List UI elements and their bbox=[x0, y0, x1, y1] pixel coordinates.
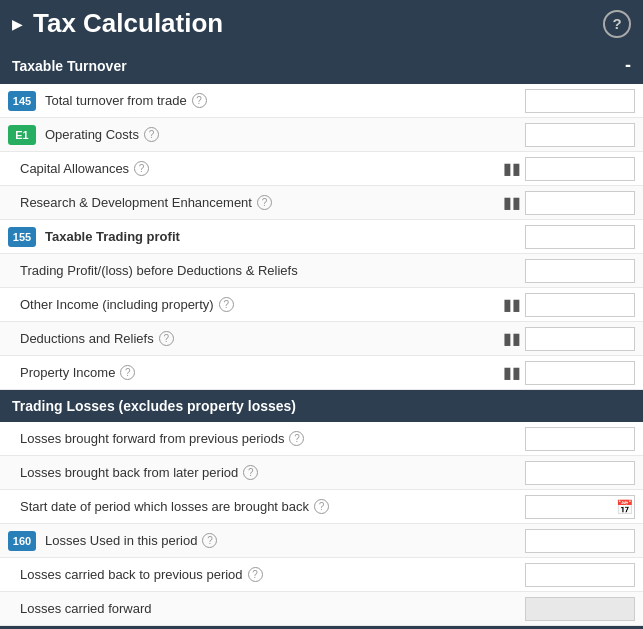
row-label-rd-enhancement: Research & Development Enhancement ? bbox=[20, 195, 503, 210]
input-losses-forward[interactable] bbox=[525, 427, 635, 451]
help-operating-costs[interactable]: ? bbox=[144, 127, 159, 142]
badge-145: 145 bbox=[8, 91, 36, 111]
input-losses-carried-forward[interactable] bbox=[525, 597, 635, 621]
row-label-operating-costs: E1 Operating Costs ? bbox=[8, 125, 525, 145]
label-start-date: Start date of period which losses are br… bbox=[20, 499, 309, 514]
help-deductions-reliefs[interactable]: ? bbox=[159, 331, 174, 346]
row-label-losses-carried-forward: Losses carried forward bbox=[20, 601, 525, 616]
help-losses-forward[interactable]: ? bbox=[289, 431, 304, 446]
label-trading-profit-loss: Trading Profit/(loss) before Deductions … bbox=[20, 263, 298, 278]
label-losses-used: Losses Used in this period bbox=[45, 533, 197, 548]
date-field-wrapper: 📅 bbox=[525, 495, 635, 519]
help-total-turnover[interactable]: ? bbox=[192, 93, 207, 108]
controls-losses-carried-back bbox=[525, 563, 635, 587]
row-losses-carried-forward: Losses carried forward bbox=[0, 592, 643, 626]
input-property-income[interactable] bbox=[525, 361, 635, 385]
row-label-trading-profit-loss: Trading Profit/(loss) before Deductions … bbox=[20, 263, 525, 278]
collapse-icon[interactable]: - bbox=[625, 55, 631, 76]
trading-losses-title: Trading Losses (excludes property losses… bbox=[12, 398, 296, 414]
help-losses-carried-back[interactable]: ? bbox=[248, 567, 263, 582]
help-losses-back[interactable]: ? bbox=[243, 465, 258, 480]
row-operating-costs: E1 Operating Costs ? bbox=[0, 118, 643, 152]
input-rd-enhancement[interactable] bbox=[525, 191, 635, 215]
back-arrow-icon[interactable]: ▶ bbox=[12, 16, 23, 32]
badge-155: 155 bbox=[8, 227, 36, 247]
label-losses-carried-forward: Losses carried forward bbox=[20, 601, 152, 616]
help-losses-used[interactable]: ? bbox=[202, 533, 217, 548]
controls-losses-back bbox=[525, 461, 635, 485]
input-losses-used[interactable] bbox=[525, 529, 635, 553]
calendar-icon[interactable]: 📅 bbox=[616, 499, 633, 515]
controls-trading-profit-loss bbox=[525, 259, 635, 283]
row-property-income: Property Income ? ▮▮ bbox=[0, 356, 643, 390]
controls-property-income: ▮▮ bbox=[503, 361, 635, 385]
row-label-taxable-trading-profit: 155 Taxable Trading profit bbox=[8, 227, 525, 247]
controls-losses-used bbox=[525, 529, 635, 553]
controls-losses-carried-forward bbox=[525, 597, 635, 621]
taxable-turnover-title: Taxable Turnover bbox=[12, 58, 127, 74]
input-operating-costs[interactable] bbox=[525, 123, 635, 147]
row-label-capital-allowances: Capital Allowances ? bbox=[20, 161, 503, 176]
label-losses-forward: Losses brought forward from previous per… bbox=[20, 431, 284, 446]
taxable-turnover-section-header: Taxable Turnover - bbox=[0, 47, 643, 84]
label-total-turnover: Total turnover from trade bbox=[45, 93, 187, 108]
calc-rd-icon[interactable]: ▮▮ bbox=[503, 193, 521, 212]
row-losses-carried-back: Losses carried back to previous period ? bbox=[0, 558, 643, 592]
input-taxable-trading-profit[interactable] bbox=[525, 225, 635, 249]
row-taxable-trading-profit: 155 Taxable Trading profit bbox=[0, 220, 643, 254]
input-losses-carried-back[interactable] bbox=[525, 563, 635, 587]
row-start-date: Start date of period which losses are br… bbox=[0, 490, 643, 524]
calc-capital-allowances-icon[interactable]: ▮▮ bbox=[503, 159, 521, 178]
page-header: ▶ Tax Calculation ? bbox=[0, 0, 643, 47]
controls-deductions-reliefs: ▮▮ bbox=[503, 327, 635, 351]
taxable-turnover-rows: 145 Total turnover from trade ? E1 Opera… bbox=[0, 84, 643, 390]
help-start-date[interactable]: ? bbox=[314, 499, 329, 514]
input-trading-profit-loss[interactable] bbox=[525, 259, 635, 283]
help-capital-allowances[interactable]: ? bbox=[134, 161, 149, 176]
row-losses-forward: Losses brought forward from previous per… bbox=[0, 422, 643, 456]
label-deductions-reliefs: Deductions and Reliefs bbox=[20, 331, 154, 346]
controls-other-income: ▮▮ bbox=[503, 293, 635, 317]
row-label-start-date: Start date of period which losses are br… bbox=[20, 499, 525, 514]
input-other-income[interactable] bbox=[525, 293, 635, 317]
row-capital-allowances: Capital Allowances ? ▮▮ bbox=[0, 152, 643, 186]
row-losses-back: Losses brought back from later period ? bbox=[0, 456, 643, 490]
row-label-losses-forward: Losses brought forward from previous per… bbox=[20, 431, 525, 446]
badge-e1: E1 bbox=[8, 125, 36, 145]
calc-deductions-icon[interactable]: ▮▮ bbox=[503, 329, 521, 348]
trading-losses-rows: Losses brought forward from previous per… bbox=[0, 422, 643, 626]
row-label-losses-used: 160 Losses Used in this period ? bbox=[8, 531, 525, 551]
help-rd-enhancement[interactable]: ? bbox=[257, 195, 272, 210]
row-losses-used: 160 Losses Used in this period ? bbox=[0, 524, 643, 558]
label-taxable-trading-profit: Taxable Trading profit bbox=[45, 229, 180, 244]
help-icon[interactable]: ? bbox=[603, 10, 631, 38]
help-other-income[interactable]: ? bbox=[219, 297, 234, 312]
input-deductions-reliefs[interactable] bbox=[525, 327, 635, 351]
input-total-turnover[interactable] bbox=[525, 89, 635, 113]
label-property-income: Property Income bbox=[20, 365, 115, 380]
row-label-losses-carried-back: Losses carried back to previous period ? bbox=[20, 567, 525, 582]
calc-property-icon[interactable]: ▮▮ bbox=[503, 363, 521, 382]
input-losses-back[interactable] bbox=[525, 461, 635, 485]
label-losses-carried-back: Losses carried back to previous period bbox=[20, 567, 243, 582]
controls-start-date: 📅 bbox=[525, 495, 635, 519]
controls-total-turnover bbox=[525, 89, 635, 113]
row-label-property-income: Property Income ? bbox=[20, 365, 503, 380]
row-rd-enhancement: Research & Development Enhancement ? ▮▮ bbox=[0, 186, 643, 220]
help-property-income[interactable]: ? bbox=[120, 365, 135, 380]
badge-160: 160 bbox=[8, 531, 36, 551]
row-label-other-income: Other Income (including property) ? bbox=[20, 297, 503, 312]
row-other-income: Other Income (including property) ? ▮▮ bbox=[0, 288, 643, 322]
row-total-turnover: 145 Total turnover from trade ? bbox=[0, 84, 643, 118]
page-title: Tax Calculation bbox=[33, 8, 593, 39]
app-container: ▶ Tax Calculation ? Taxable Turnover - 1… bbox=[0, 0, 643, 629]
controls-rd-enhancement: ▮▮ bbox=[503, 191, 635, 215]
controls-taxable-trading-profit bbox=[525, 225, 635, 249]
input-capital-allowances[interactable] bbox=[525, 157, 635, 181]
label-other-income: Other Income (including property) bbox=[20, 297, 214, 312]
label-operating-costs: Operating Costs bbox=[45, 127, 139, 142]
calc-other-income-icon[interactable]: ▮▮ bbox=[503, 295, 521, 314]
label-rd-enhancement: Research & Development Enhancement bbox=[20, 195, 252, 210]
row-label-deductions-reliefs: Deductions and Reliefs ? bbox=[20, 331, 503, 346]
row-deductions-reliefs: Deductions and Reliefs ? ▮▮ bbox=[0, 322, 643, 356]
